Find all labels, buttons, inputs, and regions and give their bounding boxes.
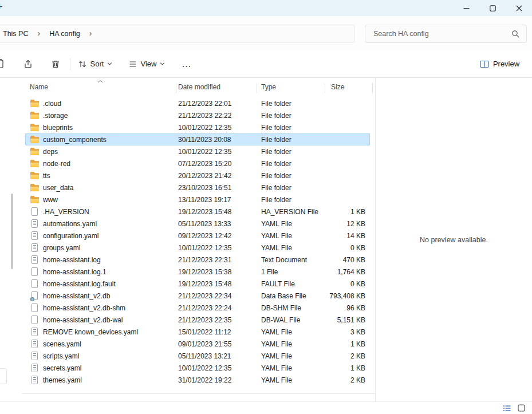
file-type: 1 File: [257, 268, 325, 276]
share-button[interactable]: [21, 54, 36, 73]
column-header-size[interactable]: Size: [325, 83, 370, 91]
breadcrumb-this-pc[interactable]: This PC: [3, 30, 28, 38]
table-row[interactable]: scenes.yaml 09/01/2023 21:55 YAML File 1…: [25, 338, 370, 350]
close-button[interactable]: [506, 0, 532, 16]
table-row[interactable]: groups.yaml 10/01/2022 12:35 YAML File 0…: [25, 242, 370, 254]
file-date-modified: 10/01/2022 12:35: [176, 364, 257, 372]
file-size: 2 KB: [325, 352, 370, 360]
details-view-button[interactable]: [502, 404, 511, 413]
table-row[interactable]: automations.yaml 05/11/2023 13:33 YAML F…: [25, 218, 370, 230]
clipped-toolbar-icon[interactable]: [0, 58, 5, 70]
file-name: user_data: [43, 184, 73, 192]
file-type: File folder: [257, 100, 325, 108]
file-date-modified: 10/01/2022 12:35: [176, 244, 257, 252]
column-header-name[interactable]: Name: [25, 83, 176, 91]
preview-toggle-button[interactable]: Preview: [475, 54, 524, 73]
db-icon: [30, 291, 40, 301]
table-row[interactable]: user_data 23/10/2023 16:51 File folder: [25, 182, 370, 194]
preview-label: Preview: [493, 60, 519, 68]
search-input[interactable]: [365, 30, 511, 38]
file-date-modified: 09/01/2023 21:55: [176, 340, 257, 348]
search-icon[interactable]: [511, 30, 526, 38]
file-name-cell: .cloud: [25, 99, 176, 108]
table-row[interactable]: node-red 07/12/2023 15:20 File folder: [25, 157, 370, 169]
file-name-cell: user_data: [25, 183, 176, 192]
file-icon: [30, 267, 40, 277]
nav-pane-scrollbar-thumb[interactable]: [11, 194, 13, 269]
file-lines-icon: [30, 364, 40, 373]
table-row[interactable]: REMOVE known_devices.yaml 15/01/2022 11:…: [25, 326, 370, 338]
file-date-modified: 13/11/2023 19:17: [176, 196, 257, 204]
folder-icon: [30, 123, 40, 132]
table-row[interactable]: secrets.yaml 10/01/2022 12:35 YAML File …: [25, 362, 370, 374]
folder-icon: [30, 99, 40, 108]
table-row[interactable]: home-assistant.log.fault 19/12/2023 15:4…: [25, 278, 370, 290]
file-name-cell: home-assistant_v2.db-shm: [25, 303, 176, 313]
table-row[interactable]: www 13/11/2023 19:17 File folder: [25, 194, 370, 206]
table-row[interactable]: tts 20/12/2023 21:42 File folder: [25, 169, 370, 182]
column-header-date-modified[interactable]: Date modified: [176, 83, 257, 91]
delete-button[interactable]: [48, 54, 63, 73]
more-options-button[interactable]: …: [179, 54, 195, 73]
table-row[interactable]: deps 10/01/2022 12:35 File folder: [25, 145, 370, 157]
table-row[interactable]: home-assistant_v2.db 21/12/2023 22:34 Da…: [25, 290, 370, 302]
file-name-cell: .HA_VERSION: [25, 207, 176, 216]
file-name: .cloud: [43, 100, 61, 108]
file-type: FAULT File: [257, 280, 325, 288]
file-date-modified: 20/12/2023 21:42: [176, 172, 257, 180]
breadcrumb[interactable]: This PC › HA config ›: [0, 25, 355, 43]
toolbar-divider: [70, 58, 70, 70]
file-date-modified: 21/12/2023 22:24: [176, 304, 257, 312]
table-row[interactable]: home-assistant_v2.db-wal 21/12/2023 22:3…: [25, 314, 370, 326]
search-box[interactable]: [365, 25, 527, 43]
table-row[interactable]: home-assistant_v2.db-shm 21/12/2023 22:2…: [25, 302, 370, 314]
maximize-button[interactable]: [479, 0, 506, 16]
window-controls: [453, 0, 532, 16]
file-size: 0 KB: [325, 244, 370, 252]
file-name: REMOVE known_devices.yaml: [43, 328, 138, 336]
file-name: home-assistant_v2.db-wal: [43, 316, 123, 324]
file-size: 3 KB: [325, 328, 370, 336]
file-name-cell: node-red: [25, 159, 176, 168]
table-row[interactable]: blueprints 10/01/2022 12:35 File folder: [25, 121, 370, 133]
table-row[interactable]: configuration.yaml 09/12/2023 12:42 YAML…: [25, 230, 370, 242]
file-name: scenes.yaml: [43, 340, 81, 348]
trash-icon: [50, 59, 61, 69]
table-row[interactable]: themes.yaml 31/01/2022 19:22 YAML File 2…: [25, 374, 370, 386]
column-divider[interactable]: [325, 83, 325, 93]
large-icons-view-button[interactable]: [517, 404, 526, 413]
column-divider[interactable]: [176, 83, 176, 93]
file-type: Text Document: [257, 256, 325, 264]
table-row[interactable]: .cloud 21/12/2023 22:01 File folder: [25, 97, 370, 109]
folder-icon: [30, 147, 40, 156]
minimize-button[interactable]: [453, 0, 479, 16]
file-date-modified: 21/12/2023 22:22: [176, 112, 257, 120]
folder-icon: [30, 159, 40, 168]
ellipsis-icon: …: [182, 58, 192, 70]
file-date-modified: 23/10/2023 16:51: [176, 184, 257, 192]
table-row[interactable]: .storage 21/12/2023 22:22 File folder: [25, 109, 370, 121]
file-icon: [30, 316, 40, 325]
file-name: node-red: [43, 160, 70, 168]
file-type: HA_VERSION File: [257, 208, 325, 216]
file-date-modified: 19/12/2023 15:48: [176, 280, 257, 288]
sort-button[interactable]: Sort: [77, 54, 113, 73]
breadcrumb-ha-config[interactable]: HA config: [49, 30, 80, 38]
table-row[interactable]: .HA_VERSION 19/12/2023 15:48 HA_VERSION …: [25, 206, 370, 218]
folder-icon: [30, 195, 40, 204]
view-button[interactable]: View: [127, 54, 166, 73]
column-divider[interactable]: [257, 83, 257, 93]
table-row[interactable]: home-assistant.log 21/12/2023 22:31 Text…: [25, 254, 370, 266]
file-type: YAML File: [257, 352, 325, 360]
column-divider[interactable]: [372, 83, 373, 93]
file-name-cell: scripts.yaml: [25, 352, 176, 361]
file-name: automations.yaml: [43, 220, 97, 228]
file-lines-icon: [30, 340, 40, 349]
table-row[interactable]: scripts.yaml 05/11/2023 13:21 YAML File …: [25, 350, 370, 362]
table-row[interactable]: home-assistant.log.1 19/12/2023 15:38 1 …: [25, 266, 370, 278]
new-tab-icon[interactable]: +: [0, 1, 3, 13]
table-row[interactable]: custom_components 30/11/2023 20:08 File …: [25, 133, 370, 145]
file-explorer-window: + This PC › HA config ›: [0, 0, 532, 414]
file-name-cell: scenes.yaml: [25, 340, 176, 349]
column-header-type[interactable]: Type: [257, 83, 325, 91]
